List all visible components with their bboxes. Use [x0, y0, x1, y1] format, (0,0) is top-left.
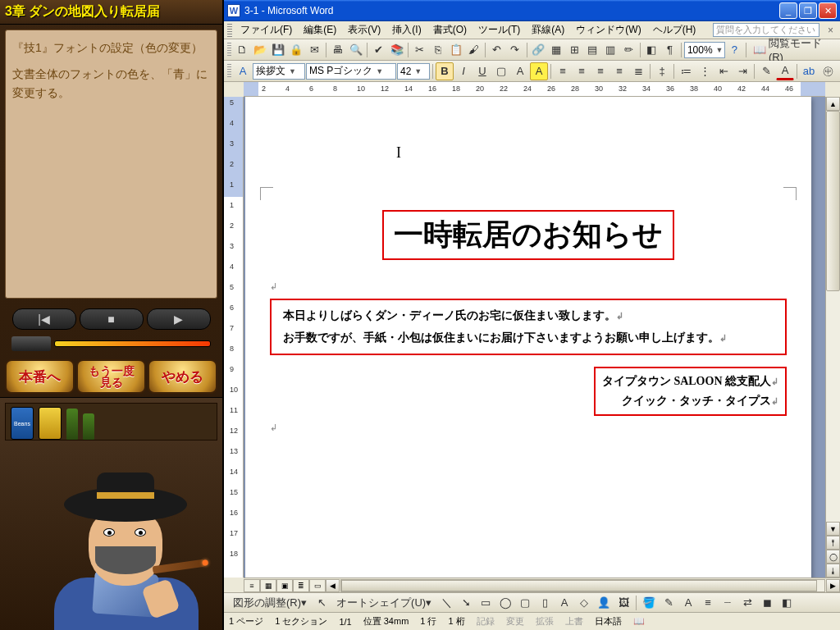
shadow-icon[interactable]: ◼: [758, 594, 776, 612]
research-icon[interactable]: 📚: [388, 41, 405, 59]
vtextbox-icon[interactable]: ▯: [536, 594, 554, 612]
toolbar-grip[interactable]: [227, 24, 232, 37]
char-border-icon[interactable]: A: [511, 62, 529, 80]
scroll-down-button[interactable]: ▼: [826, 522, 840, 536]
horizontal-ruler[interactable]: 2468101214161820222426283032343638404244…: [244, 82, 825, 97]
font-combo[interactable]: MS Pゴシック▼: [306, 63, 396, 80]
arrow-style-icon[interactable]: ⇄: [738, 594, 756, 612]
menu-view[interactable]: 表示(V): [342, 21, 386, 39]
line-spacing-icon[interactable]: ‡: [653, 62, 671, 80]
cut-icon[interactable]: ✂: [411, 41, 428, 59]
quit-button[interactable]: やめる: [148, 359, 217, 394]
status-ovr[interactable]: 上書: [565, 615, 583, 628]
line-icon[interactable]: ＼: [437, 594, 455, 612]
numbering-icon[interactable]: ≔: [677, 62, 695, 80]
hscroll-track[interactable]: [340, 579, 825, 592]
underline-button[interactable]: U: [473, 62, 491, 80]
diagram-icon[interactable]: ◇: [575, 594, 593, 612]
distribute-icon[interactable]: ≣: [629, 62, 647, 80]
menu-tools[interactable]: ツール(T): [472, 21, 526, 39]
style-combo[interactable]: 挨拶文▼: [253, 63, 305, 80]
size-combo[interactable]: 42▼: [397, 63, 430, 80]
oval-icon[interactable]: ◯: [496, 594, 514, 612]
wordart-icon[interactable]: A: [555, 594, 573, 612]
picture-icon[interactable]: 🖼: [614, 594, 632, 612]
align-left-icon[interactable]: ≡: [554, 62, 572, 80]
font-color-icon[interactable]: A: [679, 594, 697, 612]
toolbar-grip[interactable]: [227, 43, 231, 57]
reading-view-button[interactable]: ▭: [309, 579, 326, 592]
status-ext[interactable]: 拡張: [536, 615, 554, 628]
select-objects-icon[interactable]: ↖: [313, 594, 331, 612]
rectangle-icon[interactable]: ▭: [477, 594, 495, 612]
scroll-right-button[interactable]: ▶: [826, 579, 840, 592]
print-icon[interactable]: 🖶: [329, 41, 346, 59]
status-rec[interactable]: 記録: [477, 615, 495, 628]
document-page[interactable]: I 一時転居のお知らせ ↲ 本日よりしばらくダン・ディーノ氏のお宅に仮住まい致し…: [245, 97, 811, 578]
menu-help[interactable]: ヘルプ(H): [647, 21, 702, 39]
line-color-icon[interactable]: ✎: [660, 594, 678, 612]
dash-style-icon[interactable]: ┈: [719, 594, 737, 612]
doc-close-button[interactable]: ×: [824, 25, 837, 36]
doc-signature[interactable]: タイプタウン SALOON 総支配人↲ クイック・タッチ・タイプス↲: [594, 367, 787, 416]
drawing-icon[interactable]: ✏: [620, 41, 637, 59]
bullets-icon[interactable]: ⋮: [696, 62, 714, 80]
help-search-box[interactable]: 質問を入力してください: [713, 23, 819, 37]
arrow-icon[interactable]: ➘: [457, 594, 475, 612]
permission-icon[interactable]: 🔒: [288, 41, 305, 59]
outdent-icon[interactable]: ⇤: [714, 62, 733, 80]
menu-edit[interactable]: 編集(E): [298, 21, 342, 39]
page-scroll-area[interactable]: I 一時転居のお知らせ ↲ 本日よりしばらくダン・ディーノ氏のお宅に仮住まい致し…: [244, 97, 825, 578]
scroll-up-button[interactable]: ▲: [826, 97, 840, 111]
normal-view-button[interactable]: ≡: [244, 579, 260, 592]
play-button[interactable]: ▶: [147, 308, 211, 330]
horizontal-scrollbar[interactable]: ≡ ▦ ▣ ≣ ▭ ◀ ▶: [244, 578, 840, 592]
status-language[interactable]: 日本語: [595, 615, 622, 628]
outline-view-button[interactable]: ≣: [293, 579, 309, 592]
mail-icon[interactable]: ✉: [306, 41, 323, 59]
textbox-icon[interactable]: ▢: [516, 594, 534, 612]
zoom-combo[interactable]: 100%▼: [684, 42, 725, 58]
rewind-button[interactable]: |◀: [12, 308, 76, 330]
hyperlink-icon[interactable]: 🔗: [529, 41, 546, 59]
indent-icon[interactable]: ⇥: [733, 62, 751, 80]
autoshapes-menu[interactable]: オートシェイプ(U) ▾: [332, 594, 436, 612]
excel-icon[interactable]: ▤: [584, 41, 601, 59]
align-right-icon[interactable]: ≡: [591, 62, 609, 80]
char-scale-icon[interactable]: ab: [800, 62, 818, 80]
reading-mode-button[interactable]: 📖閲覧モード(R): [749, 41, 837, 59]
vertical-scrollbar[interactable]: ▲ ▼ ⭱ ◯ ⭳: [825, 97, 840, 578]
close-button[interactable]: ✕: [819, 2, 837, 19]
help-icon[interactable]: ?: [726, 41, 743, 59]
bold-button[interactable]: B: [436, 62, 454, 80]
format-painter-icon[interactable]: 🖌: [465, 41, 482, 59]
align-justify-icon[interactable]: ≡: [610, 62, 628, 80]
menu-file[interactable]: ファイル(F): [235, 21, 298, 39]
scroll-track[interactable]: [826, 111, 840, 522]
insert-table-icon[interactable]: ⊞: [566, 41, 583, 59]
border-outside-icon[interactable]: ▢: [492, 62, 510, 80]
copy-icon[interactable]: ⎘: [429, 41, 446, 59]
paste-icon[interactable]: 📋: [447, 41, 464, 59]
web-view-button[interactable]: ▦: [260, 579, 276, 592]
tables-borders-icon[interactable]: ▦: [548, 41, 565, 59]
new-doc-icon[interactable]: 🗋: [234, 41, 251, 59]
font-color-icon[interactable]: A: [776, 62, 794, 80]
menu-table[interactable]: 罫線(A): [526, 21, 570, 39]
docmap-icon[interactable]: ◧: [643, 41, 660, 59]
status-spellcheck-icon[interactable]: 📖: [633, 616, 645, 627]
styles-pane-icon[interactable]: A: [234, 62, 252, 80]
clipart-icon[interactable]: 👤: [595, 594, 613, 612]
prev-page-button[interactable]: ⭱: [826, 536, 840, 550]
scroll-left-button[interactable]: ◀: [326, 579, 340, 592]
char-shading-icon[interactable]: A: [530, 62, 548, 80]
vertical-ruler[interactable]: 54321123456789101112131415161718: [224, 97, 244, 578]
menu-format[interactable]: 書式(O): [427, 21, 472, 39]
menu-insert[interactable]: 挿入(I): [386, 21, 427, 39]
show-marks-icon[interactable]: ¶: [661, 41, 678, 59]
enclose-icon[interactable]: ㊥: [819, 62, 837, 80]
toolbar-grip[interactable]: [227, 64, 231, 79]
replay-button[interactable]: もう一度 見る: [76, 359, 146, 394]
line-style-icon[interactable]: ≡: [699, 594, 717, 612]
redo-icon[interactable]: ↷: [506, 41, 523, 59]
